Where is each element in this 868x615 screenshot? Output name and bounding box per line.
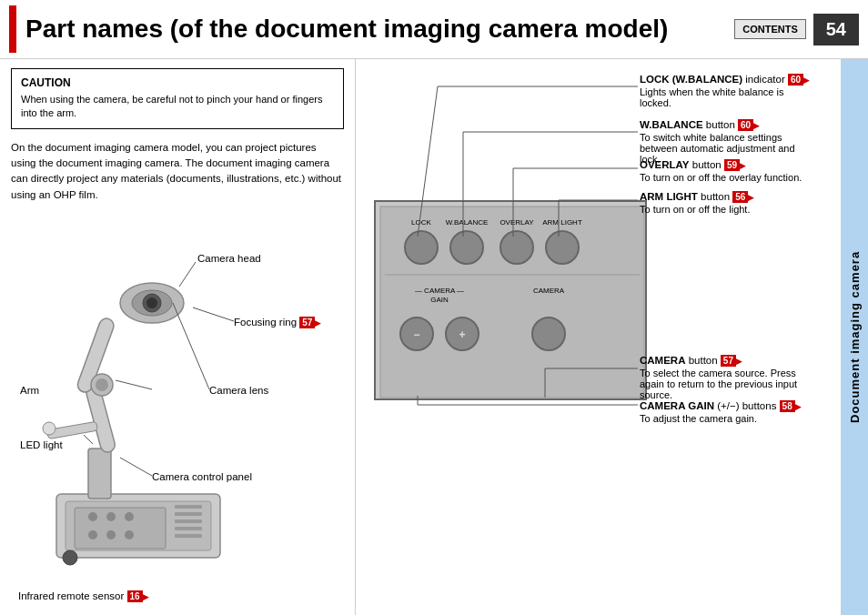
svg-point-22: [96, 378, 108, 391]
svg-text:— CAMERA —: — CAMERA —: [415, 287, 464, 295]
label-led-light: LED light: [20, 439, 63, 450]
label-camera-head: Camera head: [197, 253, 261, 264]
svg-point-38: [405, 231, 438, 264]
svg-point-13: [125, 530, 134, 539]
svg-rect-5: [175, 527, 202, 530]
sidebar-label: Document imaging camera: [848, 251, 862, 423]
label-arm: Arm: [20, 385, 39, 396]
left-panel: CAUTION When using the camera, be carefu…: [0, 59, 355, 615]
lock-title: LOCK (W.BALANCE): [640, 74, 742, 85]
annotation-armlight: ARM LIGHT button 56▶ To turn on or off t…: [640, 191, 754, 215]
svg-text:−: −: [413, 328, 419, 341]
svg-text:CAMERA: CAMERA: [533, 287, 565, 295]
body-area: CAUTION When using the camera, be carefu…: [0, 59, 868, 615]
page-number: 54: [813, 14, 859, 45]
svg-rect-3: [175, 512, 202, 516]
cameragain-title: CAMERA GAIN: [640, 400, 714, 411]
description-text: On the document imaging camera model, yo…: [11, 140, 344, 203]
label-camera-control-panel: Camera control panel: [152, 471, 252, 482]
armlight-desc: To turn on or off the light.: [640, 204, 754, 215]
svg-point-20: [146, 297, 157, 308]
svg-text:W.BALANCE: W.BALANCE: [446, 218, 489, 227]
annotation-camera: CAMERA button 57▶ To select the camera s…: [640, 355, 817, 400]
overlay-desc: To turn on or off the overlay function.: [640, 172, 802, 183]
svg-text:GAIN: GAIN: [430, 296, 449, 304]
svg-point-24: [43, 422, 56, 435]
svg-point-8: [88, 512, 97, 521]
svg-point-12: [106, 530, 116, 539]
svg-rect-2: [175, 505, 202, 509]
annotation-overlay: OVERLAY button 59▶ To turn on or off the…: [640, 159, 802, 183]
svg-point-40: [500, 231, 533, 264]
main-content: Part names (of the document imaging came…: [0, 0, 868, 615]
right-sidebar: Document imaging camera: [841, 59, 868, 615]
annotation-lock: LOCK (W.BALANCE) indicator 60▶ Lights wh…: [640, 74, 817, 108]
contents-button[interactable]: CONTENTS: [734, 19, 806, 39]
svg-point-41: [546, 231, 579, 264]
page-title: Part names (of the document imaging came…: [25, 15, 734, 44]
annotation-cameragain: CAMERA GAIN (+/−) buttons 58▶ To adjust …: [640, 400, 802, 424]
overlay-title: OVERLAY: [640, 159, 690, 170]
svg-rect-6: [175, 534, 202, 538]
svg-text:+: +: [459, 328, 465, 341]
svg-point-9: [106, 512, 116, 521]
svg-rect-4: [175, 519, 202, 523]
camera-illustration: [11, 230, 247, 585]
svg-point-10: [125, 512, 134, 521]
caution-text: When using the camera, be careful not to…: [21, 93, 334, 121]
header-accent: [9, 5, 16, 53]
svg-text:LOCK: LOCK: [411, 218, 431, 227]
svg-point-11: [88, 530, 97, 539]
caution-title: CAUTION: [21, 76, 334, 89]
armlight-title: ARM LIGHT: [640, 191, 698, 202]
svg-text:ARM LIGHT: ARM LIGHT: [542, 218, 582, 227]
label-focusing-ring: Focusing ring 57▶: [234, 317, 321, 328]
right-panel: LOCK W.BALANCE OVERLAY ARM LIGHT — CAMER…: [355, 59, 841, 615]
svg-rect-14: [88, 449, 111, 499]
svg-rect-7: [75, 508, 166, 549]
camera-desc: To select the camera source. Press again…: [640, 368, 817, 400]
caution-box: CAUTION When using the camera, be carefu…: [11, 68, 344, 129]
svg-point-39: [450, 231, 483, 264]
cameragain-desc: To adjust the camera gain.: [640, 413, 802, 424]
control-panel-svg: LOCK W.BALANCE OVERLAY ARM LIGHT — CAMER…: [374, 200, 647, 400]
label-camera-lens: Camera lens: [209, 385, 268, 396]
camera-title: CAMERA: [640, 355, 685, 366]
svg-text:OVERLAY: OVERLAY: [500, 218, 534, 227]
wbalance-title: W.BALANCE: [640, 119, 703, 130]
lock-desc: Lights when the white balance is locked.: [640, 86, 817, 108]
header: Part names (of the document imaging came…: [0, 0, 868, 59]
svg-point-25: [63, 550, 77, 565]
annotation-wbalance: W.BALANCE button 60▶ To switch white bal…: [640, 119, 817, 165]
camera-diagram: Camera head Focusing ring 57▶ Arm: [11, 212, 344, 606]
svg-point-48: [532, 318, 565, 350]
label-ir-sensor: Infrared remote sensor 16▶: [18, 590, 149, 601]
